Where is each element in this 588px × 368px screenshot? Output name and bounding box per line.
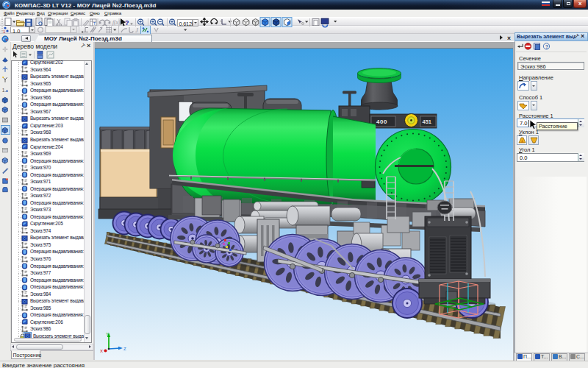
svg-text:Z: Z [123,347,126,351]
svg-text:451: 451 [423,118,432,125]
svg-text:400: 400 [376,118,387,125]
svg-text:J: J [135,26,139,34]
svg-text:?: ? [545,43,548,49]
svg-text:1: 1 [3,29,6,34]
svg-text:X: X [100,349,103,353]
svg-text:1.: 1. [2,87,7,92]
svg-text:Y: Y [106,332,109,336]
